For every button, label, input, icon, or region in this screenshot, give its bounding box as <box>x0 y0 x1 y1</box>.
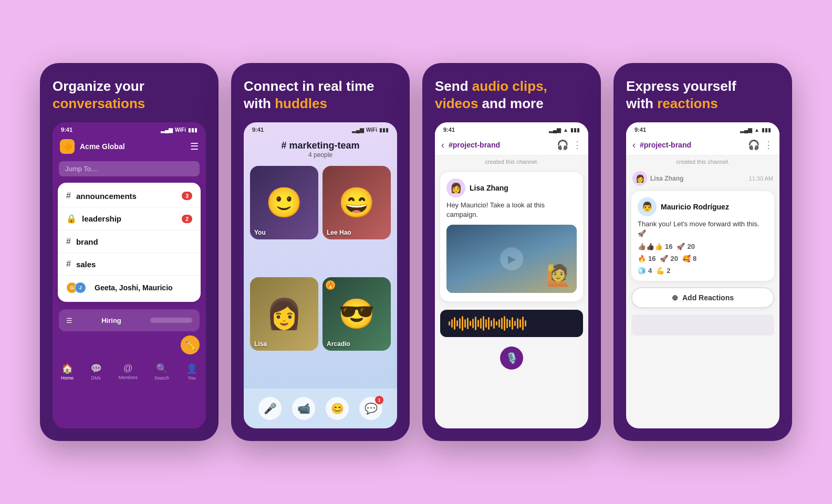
add-reactions-button[interactable]: ⊕ Add Reactions <box>631 287 774 308</box>
sender-mini-row: 👩 Lisa Zhang 11:30 AM <box>626 168 779 189</box>
more-icon[interactable]: ⋮ <box>573 139 582 151</box>
reaction-thumbsup[interactable]: 👍🏽👍🏿👍 16 <box>638 243 672 250</box>
mini-avatar: 👩 <box>632 171 647 186</box>
channel-name-announcements: announcements <box>76 192 176 201</box>
chat-button[interactable]: 💬 1 <box>359 397 382 420</box>
channel-sales[interactable]: # sales <box>58 253 201 276</box>
heart-eyes-count: 8 <box>693 255 696 262</box>
reaction-rocket1[interactable]: 🚀 20 <box>677 243 694 250</box>
search-bar[interactable]: Jump To.... <box>59 161 200 176</box>
nav-mentions-label: Mentions <box>118 375 138 380</box>
participant-label-arcadio: Arcadio <box>327 340 350 348</box>
card-title-4: Express yourselfwith reactions <box>626 78 779 112</box>
hash-icon: # <box>66 191 71 201</box>
video-thumbnail[interactable]: 🙋 ▶ <box>446 225 577 293</box>
workspace-header: 🔶 Acme Global ☰ <box>53 135 206 158</box>
headphones-icon[interactable]: 🎧 <box>557 139 568 151</box>
reaction-rocket2[interactable]: 🚀 20 <box>660 255 678 262</box>
thumbsup-emoji: 👍🏽👍🏿👍 <box>638 243 663 250</box>
time-3: 9:41 <box>443 127 455 133</box>
signal-icon-2: ▂▄▆ <box>352 127 364 133</box>
nav-you[interactable]: 👤 You <box>186 363 197 381</box>
channel-header-3: ‹ #project-brand 🎧 ⋮ <box>435 135 588 155</box>
wifi-icon: WiFi <box>175 127 186 133</box>
video-button[interactable]: 📹 <box>292 397 315 420</box>
ice-count: 4 <box>648 267 652 275</box>
reaction-heart-eyes[interactable]: 🥰 8 <box>682 255 696 262</box>
emoji-button[interactable]: 😊 <box>326 397 349 420</box>
card1-title-highlight: conversations <box>53 96 145 111</box>
channel-name-3: #project-brand <box>449 141 553 149</box>
reactions-row-2: 🔥 16 🚀 20 🥰 8 <box>638 255 768 262</box>
people-count: 4 people <box>252 151 389 159</box>
reaction-ice[interactable]: 🧊 4 <box>638 267 652 275</box>
nav-mentions[interactable]: @ Mentions <box>118 363 138 381</box>
page-wrapper: Organize your conversations 9:41 ▂▄▆ WiF… <box>19 42 813 462</box>
wifi-icon-4: ▲ <box>754 127 760 133</box>
bottom-section: ☰ Hiring ✏️ <box>53 305 206 359</box>
nav-home-label: Home <box>61 375 74 381</box>
card-media: Send audio clips, videos and more 9:41 ▂… <box>422 63 601 441</box>
participant-label-lee: Lee Hao <box>327 229 351 236</box>
created-text-4: created this channel. <box>626 155 779 168</box>
channel-name-leadership: leadership <box>82 214 176 223</box>
status-icons-2: ▂▄▆ WiFi ▮▮▮ <box>352 127 389 133</box>
channel-name-2: # marketing-team <box>252 140 389 151</box>
nav-home[interactable]: 🏠 Home <box>61 363 74 381</box>
muscle-emoji: 💪 <box>656 267 664 275</box>
phone-screen-3: 9:41 ▂▄▆ ▲ ▮▮▮ ‹ #project-brand 🎧 ⋮ crea… <box>435 122 588 428</box>
phone-screen-1: 9:41 ▂▄▆ WiFi ▮▮▮ 🔶 Acme Global ☰ Jump T… <box>53 122 206 428</box>
channel-announcements[interactable]: # announcements 3 <box>58 185 201 207</box>
badge-announcements: 3 <box>182 192 192 200</box>
dm-name: Geeta, Joshi, Mauricio <box>95 284 173 292</box>
huddle-controls: 🎤 📹 😊 💬 1 <box>244 388 397 428</box>
channel-brand[interactable]: # brand <box>58 230 201 253</box>
sender-name-4: Mauricio Rodríguez <box>661 203 729 211</box>
reaction-muscle[interactable]: 💪 2 <box>656 267 670 275</box>
status-icons-1: ▂▄▆ WiFi ▮▮▮ <box>161 127 197 133</box>
nav-dms[interactable]: 💬 DMs <box>90 363 102 381</box>
ice-emoji: 🧊 <box>638 267 646 275</box>
status-bar-4: 9:41 ▂▄▆ ▲ ▮▮▮ <box>626 122 779 135</box>
sender-row-4: 👨 Mauricio Rodríguez <box>638 197 768 216</box>
channel-name-brand: brand <box>76 237 192 246</box>
reaction-fire[interactable]: 🔥 16 <box>638 255 656 262</box>
battery-icon-4: ▮▮▮ <box>762 127 771 133</box>
channel-header-4: ‹ #project-brand 🎧 ⋮ <box>626 135 779 155</box>
card3-title-send: Send <box>435 78 472 94</box>
headphones-icon-4[interactable]: 🎧 <box>748 139 760 151</box>
microphone-button[interactable]: 🎙️ <box>500 346 523 370</box>
participant-you: 🙂 You <box>250 166 318 239</box>
battery-icon-2: ▮▮▮ <box>379 127 389 133</box>
battery-icon-3: ▮▮▮ <box>570 127 580 133</box>
person-in-video: 🙋 <box>545 263 571 288</box>
phone-screen-4: 9:41 ▂▄▆ ▲ ▮▮▮ ‹ #project-brand 🎧 ⋮ crea… <box>626 122 779 428</box>
time-1: 9:41 <box>61 127 72 133</box>
hiring-label: Hiring <box>101 317 121 324</box>
workspace-logo: 🔶 <box>60 139 75 154</box>
back-button-3[interactable]: ‹ <box>441 140 444 151</box>
sender-name-3: Lisa Zhang <box>470 184 508 192</box>
nav-you-label: You <box>188 375 196 381</box>
more-icon-4[interactable]: ⋮ <box>764 139 773 151</box>
dm-item[interactable]: G J Geeta, Joshi, Mauricio <box>58 276 201 300</box>
status-bar-3: 9:41 ▂▄▆ ▲ ▮▮▮ <box>435 122 588 135</box>
rocket-emoji-2: 🚀 <box>660 255 668 262</box>
channels-list: # announcements 3 🔒 leadership 2 # brand… <box>58 183 201 302</box>
mute-button[interactable]: 🎤 <box>258 397 282 420</box>
heart-eyes-emoji: 🥰 <box>682 255 691 262</box>
audio-clip-bar[interactable] <box>440 310 583 337</box>
back-button-4[interactable]: ‹ <box>632 140 636 151</box>
nav-search[interactable]: 🔍 Search <box>154 363 170 381</box>
lock-icon: 🔒 <box>66 214 77 224</box>
hiring-item[interactable]: ☰ Hiring <box>59 309 200 331</box>
compose-button[interactable]: ✏️ <box>181 335 200 354</box>
filter-icon[interactable]: ☰ <box>190 141 199 152</box>
message-card-4: 👨 Mauricio Rodríguez Thank you! Let's mo… <box>631 191 774 281</box>
time-4: 9:41 <box>635 127 646 133</box>
channel-leadership[interactable]: 🔒 leadership 2 <box>58 207 201 230</box>
card-title-2: Connect in real time with huddles <box>244 78 397 112</box>
status-icons-4: ▂▄▆ ▲ ▮▮▮ <box>740 127 771 133</box>
hash-icon-brand: # <box>66 237 71 246</box>
participant-lee: 😄 Lee Hao <box>323 166 391 239</box>
